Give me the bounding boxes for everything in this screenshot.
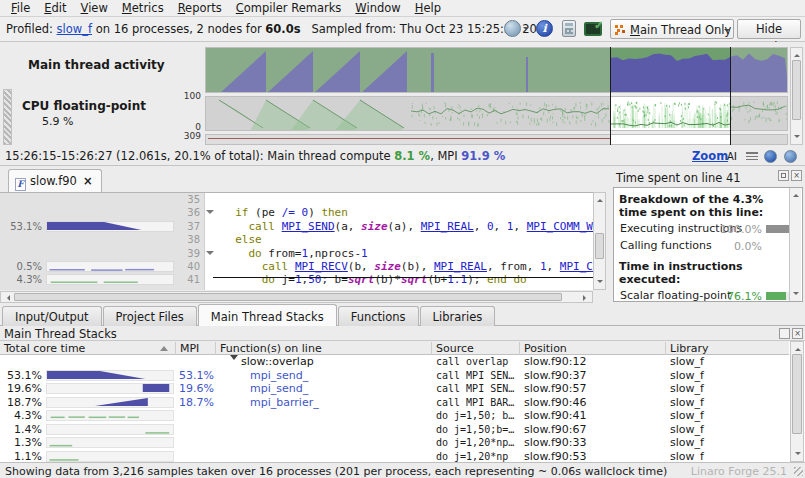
library-value: slow_f: [670, 423, 788, 436]
table-row[interactable]: 1.3%do j=1,20*np…slow.f90:33slow_f: [0, 436, 789, 449]
metric-drag-handle[interactable]: [3, 89, 12, 145]
table-row[interactable]: 1.1%do j=1,20*npslow.f90:53slow_f: [0, 450, 789, 463]
code-horizontal-scrollbar[interactable]: [0, 291, 593, 303]
clock-dropdown-arrow-icon[interactable]: [523, 27, 529, 33]
info-icon[interactable]: i: [536, 20, 553, 37]
thread-selector-combo[interactable]: Main Thread Only: [610, 19, 734, 39]
code-line-38[interactable]: else: [222, 233, 262, 246]
function-name[interactable]: mpi_send_: [216, 382, 432, 395]
code-line-39[interactable]: do from=1,nprocs-1: [222, 247, 368, 260]
menu-file[interactable]: File: [4, 0, 37, 17]
function-name[interactable]: mpi_barrier_: [216, 396, 432, 409]
code-line-41[interactable]: do j=1,50; b=sqrt(b)*sqrt(b+1.1); end do: [222, 273, 527, 286]
clock-icon[interactable]: [504, 20, 521, 37]
system-health-icon[interactable]: ✓: [584, 22, 602, 36]
scroll-down-icon[interactable]: [794, 135, 800, 141]
breakdown-row: Executing instructions100.0%: [614, 221, 802, 238]
column-library[interactable]: Library: [666, 342, 789, 355]
close-panel-icon[interactable]: ×: [792, 328, 803, 339]
thread-selector-value: Main Thread Only: [630, 23, 731, 37]
code-lines[interactable]: if (pe /= 0) then call MPI_SEND(a, size(…: [222, 193, 593, 290]
scale-max-label: 100: [171, 91, 201, 101]
source-snippet: do j=1,50;b=…: [436, 424, 522, 435]
source-snippet: call MPI_SEN…: [436, 370, 522, 381]
table-row[interactable]: slow::overlapcall overlapslow.f90:12slow…: [0, 355, 789, 368]
time-spent-panel-title: Time spent on line 41: [616, 171, 741, 185]
library-value: slow_f: [670, 450, 788, 463]
globe-icon[interactable]: [764, 150, 777, 163]
library-value: slow_f: [670, 382, 788, 395]
tab-close-icon[interactable]: ×: [83, 174, 93, 188]
fold-arrow-icon[interactable]: [206, 251, 214, 259]
tab-project-files[interactable]: Project Files: [103, 306, 197, 326]
code-line-37[interactable]: call MPI_SEND(a, size(a), MPI_REAL, 0, 1…: [222, 220, 593, 233]
column-functions-on-line[interactable]: Function(s) on line: [216, 342, 432, 355]
code-line-40[interactable]: call MPI_RECV(b, size(b), MPI_REAL, from…: [222, 260, 593, 273]
status-bar: Showing data from 3,216 samples taken ov…: [0, 462, 805, 478]
menu-window[interactable]: Window: [348, 0, 407, 17]
column-mpi[interactable]: MPI: [176, 342, 216, 355]
selected-line-rule: [213, 277, 593, 278]
source-snippet: call MPI_BAR…: [436, 397, 522, 408]
cpu-floating-point-chart[interactable]: [205, 96, 788, 131]
partial-metric-chart[interactable]: [205, 134, 788, 145]
profiled-mid: on 16 processes, 2 nodes for: [92, 22, 265, 36]
function-name[interactable]: mpi_send_: [216, 369, 432, 382]
menu-compiler-remarks[interactable]: Compiler Remarks: [229, 0, 349, 17]
table-row[interactable]: 53.1%53.1%mpi_send_call MPI_SEN…slow.f90…: [0, 369, 789, 382]
calculator-icon[interactable]: [562, 20, 576, 37]
gutter-row: 39: [0, 247, 205, 260]
resize-grip[interactable]: [794, 467, 803, 476]
column-total-core-time[interactable]: Total core time: [0, 342, 176, 355]
gutter-row: 38: [0, 233, 205, 246]
scroll-up-icon[interactable]: [794, 51, 800, 57]
code-gutter: 353653.1%3738390.5%404.3%41: [0, 193, 205, 290]
table-row[interactable]: 4.3%do j=1,50; b…slow.f90:41slow_f: [0, 409, 789, 422]
core-time-sparkline: [46, 424, 174, 435]
editor-tab-slow-f90[interactable]: Fslow.f90×: [8, 169, 102, 192]
metrics-scrollbar[interactable]: [790, 47, 803, 145]
menu-edit[interactable]: Edit: [37, 0, 73, 17]
gutter-row: 36: [0, 206, 205, 219]
menu-view[interactable]: View: [74, 0, 115, 17]
metrics-menu-icon[interactable]: [746, 152, 758, 160]
menu-reports[interactable]: Reports: [171, 0, 229, 17]
column-source[interactable]: Source: [432, 342, 520, 355]
selection-end-line[interactable]: [730, 47, 731, 145]
stacks-scrollbar[interactable]: [790, 341, 804, 462]
select-text-icon[interactable]: AI: [727, 150, 737, 163]
selection-start-line[interactable]: [610, 47, 611, 145]
total-core-time-value: 1.3%: [0, 436, 42, 449]
position-value: slow.f90:33: [524, 436, 664, 449]
main-thread-activity-chart[interactable]: [205, 47, 788, 93]
float-panel-icon[interactable]: [779, 328, 790, 339]
reset-view-icon[interactable]: [784, 150, 797, 163]
table-row[interactable]: 19.6%19.6%mpi_send_call MPI_SEN…slow.f90…: [0, 382, 789, 395]
target-link[interactable]: slow_f: [57, 22, 92, 36]
tab-functions[interactable]: Functions: [338, 306, 419, 326]
float-panel-icon[interactable]: [778, 170, 789, 181]
code-line-36[interactable]: if (pe /= 0) then: [222, 206, 348, 219]
menu-help[interactable]: Help: [408, 0, 448, 17]
code-vertical-scrollbar[interactable]: [593, 192, 606, 290]
fold-arrow-icon[interactable]: [206, 210, 214, 218]
table-row[interactable]: 1.4%do j=1,50;b=…slow.f90:67slow_f: [0, 423, 789, 436]
menu-metrics[interactable]: Metrics: [115, 0, 171, 17]
hide-metrics-button[interactable]: Hide Metrics: [737, 19, 801, 39]
breakdown-row: Scalar floating-point76.1%: [614, 288, 802, 302]
breakdown-heading: Breakdown of the 4.3% time spent on this…: [614, 188, 784, 221]
profiled-label: Profiled:: [6, 22, 53, 36]
table-row[interactable]: 18.7%18.7%mpi_barrier_call MPI_BAR…slow.…: [0, 396, 789, 409]
editor-tab-label: slow.f90: [30, 174, 77, 188]
close-panel-icon[interactable]: ×: [791, 170, 802, 181]
column-position[interactable]: Position: [520, 342, 666, 355]
tab-libraries[interactable]: Libraries: [420, 306, 496, 326]
zoom-link[interactable]: Zoom: [692, 149, 728, 163]
time-spent-scrollbar[interactable]: [789, 188, 801, 301]
tree-expander-icon[interactable]: [230, 355, 238, 364]
tab-input-output[interactable]: Input/Output: [2, 306, 102, 326]
code-editor[interactable]: 353653.1%3738390.5%404.3%41 if (pe /= 0)…: [0, 192, 606, 290]
core-time-sparkline: [46, 451, 174, 462]
function-name[interactable]: slow::overlap: [216, 355, 432, 368]
tab-main-thread-stacks[interactable]: Main Thread Stacks: [198, 304, 337, 326]
